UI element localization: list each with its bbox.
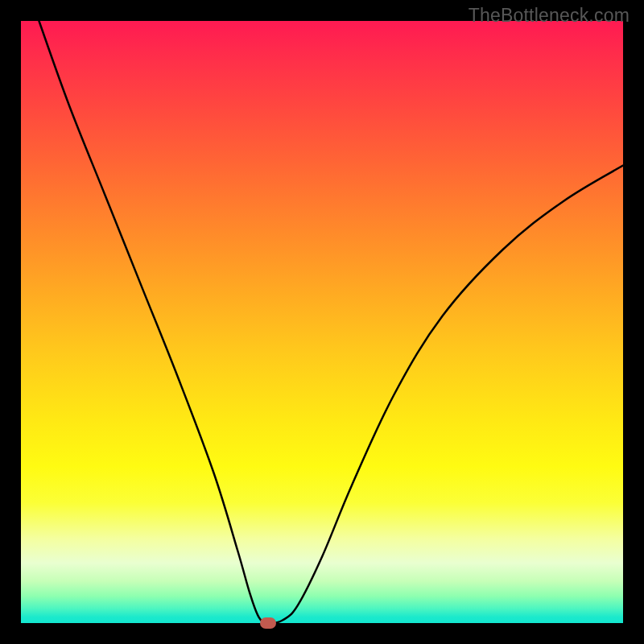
- bottleneck-marker: [260, 617, 276, 629]
- watermark-text: TheBottleneck.com: [469, 5, 630, 27]
- chart-frame: TheBottleneck.com: [0, 0, 644, 644]
- bottleneck-curve: [21, 21, 623, 623]
- plot-area: [21, 21, 623, 623]
